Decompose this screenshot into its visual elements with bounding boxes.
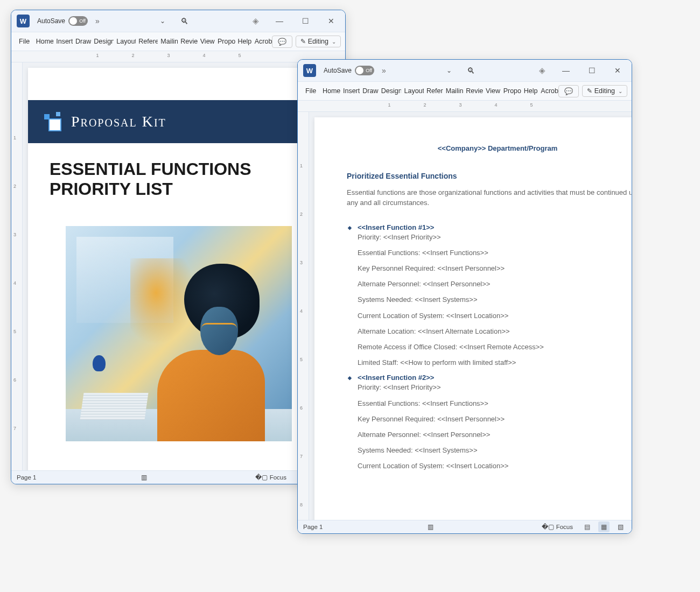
tab-draw[interactable]: Draw bbox=[73, 32, 91, 51]
focus-icon: �▢ bbox=[255, 474, 268, 481]
editing-mode-button[interactable]: ✎ Editing ⌄ bbox=[582, 85, 627, 97]
tab-file[interactable]: File bbox=[13, 32, 33, 51]
tab-view[interactable]: View bbox=[483, 82, 501, 100]
company-header: <<Company>> Department/Program bbox=[347, 144, 632, 152]
tab-layout[interactable]: Layout bbox=[114, 32, 136, 51]
autosave-toggle[interactable]: AutoSave Off bbox=[37, 16, 88, 26]
tab-layout[interactable]: Layout bbox=[401, 82, 424, 100]
word-window-2: W AutoSave Off » ⌄ 🔍︎ ◈ — ☐ ✕ File Home … bbox=[297, 59, 632, 534]
focus-mode-button[interactable]: �▢ Focus bbox=[538, 522, 576, 532]
word-app-icon: W bbox=[17, 15, 30, 27]
editing-mode-button[interactable]: ✎ Editing ⌄ bbox=[296, 36, 341, 47]
function-block-1: <<Insert Function #1>> Priority: <<Inser… bbox=[358, 223, 632, 368]
toggle-switch[interactable]: Off bbox=[355, 66, 374, 75]
comments-button[interactable]: 💬 bbox=[558, 85, 579, 97]
document-page[interactable]: Proposal Kit ESSENTIAL FUNCTIONS PRIORIT… bbox=[28, 68, 330, 470]
tab-help[interactable]: Help bbox=[521, 82, 538, 100]
diamond-icon[interactable]: ◈ bbox=[247, 16, 264, 26]
section-title: Prioritized Essential Functions bbox=[347, 172, 632, 180]
autosave-label: AutoSave bbox=[37, 17, 65, 25]
function-title: <<Insert Function #1>> bbox=[358, 223, 632, 231]
search-icon[interactable]: 🔍︎ bbox=[460, 66, 481, 75]
field-key-personnel: Key Personnel Required: <<Insert Personn… bbox=[358, 264, 632, 273]
qat-overflow-icon[interactable]: » bbox=[92, 17, 103, 25]
function-title: <<Insert Function #2>> bbox=[358, 373, 632, 382]
tab-view[interactable]: View bbox=[198, 32, 215, 51]
view-print-icon[interactable]: ▦ bbox=[598, 521, 610, 532]
field-essential-functions: Essential Functions: <<Insert Functions>… bbox=[358, 248, 632, 258]
field-alternate-location: Alternate Location: <<Insert Alternate L… bbox=[358, 327, 632, 336]
tab-file[interactable]: File bbox=[300, 82, 320, 100]
ruler-vertical[interactable]: 1 2 3 4 5 6 7 8 bbox=[298, 112, 309, 520]
field-current-location: Current Location of System: <<Insert Loc… bbox=[358, 311, 632, 321]
tab-proposal[interactable]: Propo bbox=[215, 32, 235, 51]
tab-references[interactable]: Refere bbox=[136, 32, 158, 51]
view-read-icon[interactable]: ▤ bbox=[582, 521, 593, 532]
minimize-button[interactable]: — bbox=[269, 13, 290, 29]
tab-review[interactable]: Revie bbox=[178, 32, 197, 51]
ruler-vertical[interactable]: 1 2 3 4 5 6 7 8 bbox=[11, 62, 23, 470]
pencil-icon: ✎ bbox=[300, 38, 306, 45]
word-app-icon: W bbox=[303, 64, 316, 77]
tab-draw[interactable]: Draw bbox=[360, 82, 379, 100]
statusbar: Page 1 ▥ �▢ Focus ▤ ▦ ▧ bbox=[298, 520, 632, 533]
display-settings-icon[interactable]: ▥ bbox=[138, 473, 150, 482]
tab-design[interactable]: Design bbox=[91, 32, 114, 51]
field-limited-staff: Limited Staff: <<How to perform with lim… bbox=[358, 358, 632, 368]
status-page[interactable]: Page 1 bbox=[303, 524, 323, 530]
document-area: 1 2 3 4 5 6 7 8 Proposal Kit ESSENTIAL F… bbox=[11, 62, 345, 470]
tab-design[interactable]: Design bbox=[379, 82, 402, 100]
titlebar: W AutoSave Off » ⌄ 🔍︎ ◈ — ☐ ✕ bbox=[298, 60, 632, 82]
chevron-down-icon: ⌄ bbox=[618, 88, 622, 94]
tab-acrobat[interactable]: Acrob bbox=[252, 32, 272, 51]
field-essential-functions: Essential Functions: <<Insert Functions>… bbox=[358, 399, 632, 408]
autosave-toggle[interactable]: AutoSave Off bbox=[324, 66, 374, 75]
cover-title: ESSENTIAL FUNCTIONS PRIORITY LIST bbox=[28, 143, 330, 205]
tab-help[interactable]: Help bbox=[235, 32, 252, 51]
field-systems-needed: Systems Needed: <<Insert Systems>> bbox=[358, 295, 632, 305]
qat-overflow-icon[interactable]: » bbox=[379, 66, 390, 75]
tab-mailings[interactable]: Mailin bbox=[443, 82, 463, 100]
maximize-button[interactable]: ☐ bbox=[295, 13, 316, 29]
ruler-horizontal[interactable]: 1 2 3 4 5 bbox=[11, 51, 345, 62]
document-page[interactable]: <<Company>> Department/Program Prioritiz… bbox=[314, 117, 632, 520]
field-systems-needed: Systems Needed: <<Insert Systems>> bbox=[358, 446, 632, 455]
tab-insert[interactable]: Insert bbox=[53, 32, 73, 51]
tab-insert[interactable]: Insert bbox=[340, 82, 360, 100]
tab-acrobat[interactable]: Acrob bbox=[538, 82, 558, 100]
search-icon[interactable]: 🔍︎ bbox=[174, 17, 195, 26]
tab-home[interactable]: Home bbox=[33, 32, 54, 51]
tab-proposal[interactable]: Propo bbox=[501, 82, 521, 100]
document-area: 1 2 3 4 5 6 7 8 <<Company>> Department/P… bbox=[298, 112, 632, 520]
page-viewport[interactable]: <<Company>> Department/Program Prioritiz… bbox=[309, 112, 632, 520]
title-dropdown-icon[interactable]: ⌄ bbox=[442, 67, 456, 74]
cover-illustration bbox=[66, 226, 292, 441]
toggle-switch[interactable]: Off bbox=[68, 16, 88, 26]
ribbon: File Home Insert Draw Design Layout Refe… bbox=[11, 32, 345, 51]
diamond-icon[interactable]: ◈ bbox=[534, 66, 551, 75]
field-remote-access: Remote Access if Office Closed: <<Insert… bbox=[358, 342, 632, 352]
field-priority: Priority: <<Insert Priority>> bbox=[358, 383, 632, 392]
proposal-kit-logo-icon bbox=[44, 112, 64, 131]
title-dropdown-icon[interactable]: ⌄ bbox=[156, 17, 170, 25]
comments-button[interactable]: 💬 bbox=[272, 36, 292, 48]
minimize-button[interactable]: — bbox=[555, 62, 577, 79]
tab-references[interactable]: Refer bbox=[424, 82, 443, 100]
tab-home[interactable]: Home bbox=[320, 82, 340, 100]
focus-mode-button[interactable]: �▢ Focus bbox=[252, 473, 290, 482]
pencil-icon: ✎ bbox=[587, 87, 592, 95]
close-button[interactable]: ✕ bbox=[320, 13, 342, 29]
maximize-button[interactable]: ☐ bbox=[581, 62, 603, 79]
ruler-horizontal[interactable]: 1 2 3 4 5 bbox=[298, 101, 632, 112]
intro-paragraph: Essential functions are those organizati… bbox=[347, 188, 632, 208]
tab-review[interactable]: Revie bbox=[463, 82, 483, 100]
ribbon: File Home Insert Draw Design Layout Refe… bbox=[298, 82, 632, 101]
field-priority: Priority: <<Insert Priority>> bbox=[358, 232, 632, 242]
display-settings-icon[interactable]: ▥ bbox=[424, 522, 437, 532]
tab-mailings[interactable]: Mailin bbox=[158, 32, 178, 51]
field-alternate-personnel: Alternate Personnel: <<Insert Personnel>… bbox=[358, 430, 632, 440]
status-page[interactable]: Page 1 bbox=[17, 474, 36, 481]
view-web-icon[interactable]: ▧ bbox=[615, 521, 626, 532]
autosave-label: AutoSave bbox=[324, 67, 352, 74]
close-button[interactable]: ✕ bbox=[607, 62, 628, 79]
